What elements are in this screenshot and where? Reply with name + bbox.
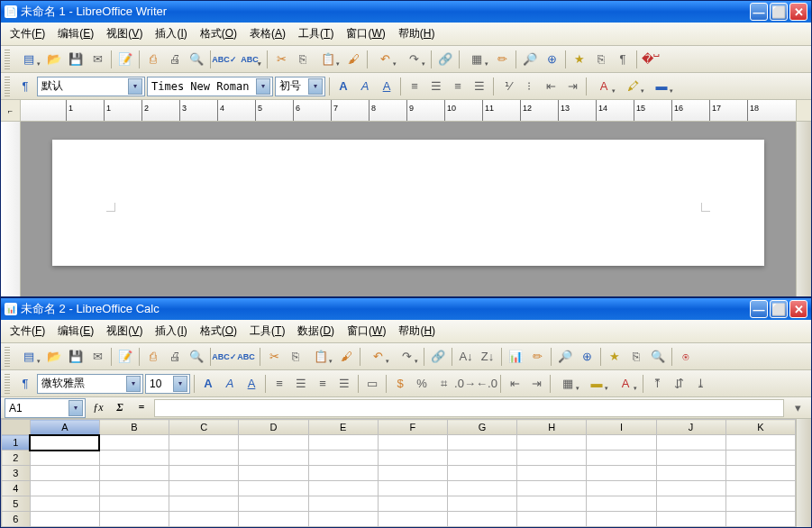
cell[interactable] bbox=[30, 466, 99, 481]
menu-insert[interactable]: 插入(I) bbox=[150, 23, 192, 44]
close-button[interactable]: ✕ bbox=[789, 3, 807, 21]
cell[interactable] bbox=[239, 512, 308, 527]
row-header[interactable]: 4 bbox=[2, 481, 31, 496]
close-button[interactable]: ✕ bbox=[789, 300, 807, 318]
borders-button[interactable]: ▦ bbox=[554, 374, 581, 394]
name-box[interactable]: A1▾ bbox=[5, 398, 86, 418]
menu-file[interactable]: 文件(F) bbox=[5, 23, 50, 44]
bg-color-button[interactable]: ▬ bbox=[648, 77, 675, 96]
menu-edit[interactable]: 编辑(E) bbox=[52, 321, 99, 341]
align-bottom-button[interactable]: ⤓ bbox=[690, 374, 710, 394]
column-header[interactable]: D bbox=[239, 420, 308, 435]
cell[interactable] bbox=[517, 466, 587, 481]
new-button[interactable]: ▤ bbox=[15, 347, 42, 367]
align-right-button[interactable]: ≡ bbox=[313, 374, 333, 394]
spellcheck-button[interactable]: ABC✓ bbox=[214, 50, 234, 69]
find-button[interactable]: 🔎 bbox=[555, 347, 575, 367]
maximize-button[interactable]: ⬜ bbox=[770, 3, 788, 21]
select-all-corner[interactable] bbox=[2, 420, 31, 435]
show-draw-button[interactable]: ✏ bbox=[527, 347, 547, 367]
cell[interactable] bbox=[239, 451, 308, 466]
row-header[interactable]: 1 bbox=[2, 435, 31, 451]
cell[interactable] bbox=[378, 451, 447, 466]
cell[interactable] bbox=[656, 481, 725, 496]
underline-button[interactable]: A bbox=[242, 374, 261, 394]
undo-button[interactable]: ↶ bbox=[371, 50, 398, 69]
print-button[interactable]: 🖨 bbox=[165, 347, 185, 367]
cell[interactable] bbox=[587, 466, 656, 481]
align-left-button[interactable]: ≡ bbox=[405, 77, 424, 96]
italic-button[interactable]: A bbox=[355, 77, 375, 96]
cut-button[interactable]: ✂ bbox=[264, 347, 284, 367]
menu-data[interactable]: 数据(D) bbox=[292, 321, 340, 341]
number-list-button[interactable]: ⅟ bbox=[497, 77, 517, 96]
cell[interactable] bbox=[169, 496, 239, 512]
cell[interactable] bbox=[587, 496, 656, 512]
column-header[interactable]: E bbox=[308, 420, 378, 435]
cell[interactable] bbox=[169, 481, 239, 496]
maximize-button[interactable]: ⬜ bbox=[770, 300, 788, 318]
cell[interactable] bbox=[99, 451, 169, 466]
function-wizard-button[interactable]: ƒx bbox=[89, 399, 107, 417]
cell[interactable] bbox=[517, 451, 587, 466]
justify-button[interactable]: ☰ bbox=[470, 77, 489, 96]
vertical-scrollbar[interactable] bbox=[796, 122, 811, 296]
cell[interactable] bbox=[99, 496, 169, 512]
cell[interactable] bbox=[169, 512, 239, 527]
row-header[interactable]: 6 bbox=[2, 512, 31, 527]
cell[interactable] bbox=[239, 466, 308, 481]
menu-tools[interactable]: 工具(T) bbox=[293, 23, 339, 44]
cell[interactable] bbox=[725, 512, 795, 527]
function-button[interactable]: = bbox=[132, 399, 151, 417]
datasources-button[interactable]: ⎘ bbox=[626, 347, 646, 367]
horizontal-ruler[interactable]: 1123456789101112131415161718 bbox=[21, 100, 796, 121]
cell[interactable] bbox=[239, 435, 308, 451]
toolbar-grip[interactable] bbox=[5, 50, 10, 69]
cell[interactable] bbox=[517, 435, 587, 451]
gallery-button[interactable]: ★ bbox=[570, 50, 589, 69]
currency-button[interactable]: $ bbox=[390, 374, 410, 394]
menu-tools[interactable]: 工具(T) bbox=[244, 321, 290, 341]
cell[interactable] bbox=[308, 512, 378, 527]
align-center-button[interactable]: ☰ bbox=[291, 374, 311, 394]
percent-button[interactable]: % bbox=[412, 374, 432, 394]
email-button[interactable]: ✉ bbox=[87, 347, 107, 367]
cell[interactable] bbox=[587, 481, 656, 496]
menu-file[interactable]: 文件(F) bbox=[5, 321, 50, 341]
ruler-corner[interactable]: ⌐ bbox=[1, 100, 21, 121]
hyperlink-button[interactable]: 🔗 bbox=[428, 347, 448, 367]
vertical-ruler[interactable] bbox=[1, 122, 21, 296]
minimize-button[interactable]: — bbox=[750, 3, 768, 21]
cut-button[interactable]: ✂ bbox=[271, 50, 291, 69]
column-header[interactable]: J bbox=[656, 420, 725, 435]
cell[interactable] bbox=[447, 481, 516, 496]
edit-file-button[interactable]: 📝 bbox=[115, 347, 135, 367]
format-paint-button[interactable]: 🖌 bbox=[343, 50, 363, 69]
cell[interactable] bbox=[99, 481, 169, 496]
menu-format[interactable]: 格式(O) bbox=[195, 23, 242, 44]
datasources-button[interactable]: ⎘ bbox=[591, 50, 611, 69]
undo-button[interactable]: ↶ bbox=[364, 347, 391, 367]
cell[interactable] bbox=[239, 496, 308, 512]
bold-button[interactable]: A bbox=[198, 374, 218, 394]
pdf-button[interactable]: ⎙ bbox=[143, 347, 163, 367]
cell[interactable] bbox=[308, 451, 378, 466]
cell[interactable] bbox=[656, 451, 725, 466]
cell[interactable] bbox=[30, 451, 99, 466]
menu-view[interactable]: 视图(V) bbox=[101, 321, 148, 341]
open-button[interactable]: 📂 bbox=[44, 347, 64, 367]
menu-insert[interactable]: 插入(I) bbox=[150, 321, 192, 341]
cell[interactable] bbox=[725, 481, 795, 496]
vertical-scrollbar[interactable] bbox=[796, 419, 811, 527]
align-left-button[interactable]: ≡ bbox=[269, 374, 289, 394]
column-header[interactable]: K bbox=[725, 420, 795, 435]
pdf-button[interactable]: ⎙ bbox=[143, 50, 163, 69]
cell[interactable] bbox=[378, 466, 447, 481]
toolbar-grip[interactable] bbox=[5, 77, 10, 96]
font-color-button[interactable]: A bbox=[612, 374, 639, 394]
new-button[interactable]: ▤ bbox=[15, 50, 42, 69]
sort-asc-button[interactable]: A↓ bbox=[456, 347, 476, 367]
cell[interactable] bbox=[30, 481, 99, 496]
cell[interactable] bbox=[517, 512, 587, 527]
page-viewport[interactable] bbox=[21, 122, 796, 296]
